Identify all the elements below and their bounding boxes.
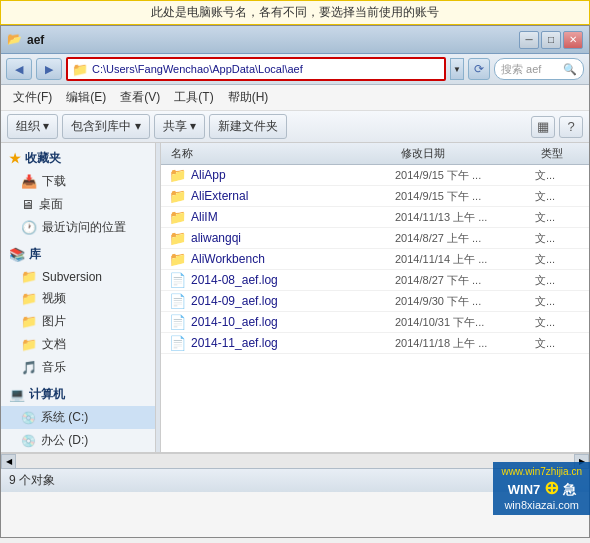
- drive-c-icon: 💿: [21, 411, 36, 425]
- h-scroll-left-button[interactable]: ◀: [1, 454, 16, 469]
- sidebar-item-music[interactable]: 🎵 音乐: [1, 356, 155, 379]
- sidebar-section-favorites: ★ 收藏夹 📥 下载 🖥 桌面 🕐 最近访问的位置: [1, 147, 155, 239]
- video-icon: 📁: [21, 291, 37, 306]
- file-list-header: 名称 修改日期 类型: [161, 143, 589, 165]
- search-placeholder: 搜索 aef: [501, 62, 563, 77]
- library-icon: 📚: [9, 247, 25, 262]
- refresh-button[interactable]: ⟳: [468, 58, 490, 80]
- file-date: 2014/9/15 下午 ...: [395, 189, 535, 204]
- sidebar-item-drive-c[interactable]: 💿 系统 (C:): [1, 406, 155, 429]
- sidebar-item-desktop[interactable]: 🖥 桌面: [1, 193, 155, 216]
- minimize-button[interactable]: ─: [519, 31, 539, 49]
- table-row[interactable]: 📁 AliIM 2014/11/13 上午 ... 文...: [161, 207, 589, 228]
- sidebar-section-library: 📚 库 📁 Subversion 📁 视频 📁 图片 📁 文档: [1, 243, 155, 379]
- file-icon: 📄: [165, 272, 189, 288]
- file-date: 2014/8/27 下午 ...: [395, 273, 535, 288]
- file-type: 文...: [535, 252, 585, 267]
- close-button[interactable]: ✕: [563, 31, 583, 49]
- file-name: AliIM: [189, 210, 395, 224]
- file-icon: 📄: [165, 293, 189, 309]
- file-type: 文...: [535, 231, 585, 246]
- title-bar: 📂 aef ─ □ ✕: [1, 26, 589, 54]
- file-name: 2014-08_aef.log: [189, 273, 395, 287]
- maximize-button[interactable]: □: [541, 31, 561, 49]
- sidebar-item-drive-d[interactable]: 💿 办公 (D:): [1, 429, 155, 452]
- menu-tools[interactable]: 工具(T): [168, 87, 219, 108]
- address-dropdown-button[interactable]: ▼: [450, 58, 464, 80]
- view-toggle-button[interactable]: ▦: [531, 116, 555, 138]
- sidebar-computer-header[interactable]: 💻 计算机: [1, 383, 155, 406]
- window-icon: 📂: [7, 32, 23, 48]
- pictures-icon: 📁: [21, 314, 37, 329]
- table-row[interactable]: 📁 AliExternal 2014/9/15 下午 ... 文...: [161, 186, 589, 207]
- menu-view[interactable]: 查看(V): [114, 87, 166, 108]
- sidebar-library-header[interactable]: 📚 库: [1, 243, 155, 266]
- menu-edit[interactable]: 编辑(E): [60, 87, 112, 108]
- file-type: 文...: [535, 189, 585, 204]
- file-icon: 📁: [165, 167, 189, 183]
- sidebar-item-recent[interactable]: 🕐 最近访问的位置: [1, 216, 155, 239]
- toolbar: 组织 ▾ 包含到库中 ▾ 共享 ▾ 新建文件夹 ▦ ?: [1, 111, 589, 143]
- address-bar-area: ◀ ▶ 📁 C:\Users\FangWenchao\AppData\Local…: [1, 54, 589, 85]
- win7-icon: ⊕: [544, 478, 559, 498]
- annotation-bar: 此处是电脑账号名，各有不同，要选择当前使用的账号: [0, 0, 590, 25]
- watermark-url2: win8xiazai.com: [501, 499, 582, 511]
- file-date: 2014/11/13 上午 ...: [395, 210, 535, 225]
- table-row[interactable]: 📄 2014-10_aef.log 2014/10/31 下午... 文...: [161, 312, 589, 333]
- col-header-type[interactable]: 类型: [535, 143, 585, 164]
- add-to-library-button[interactable]: 包含到库中 ▾: [62, 114, 149, 139]
- file-type: 文...: [535, 168, 585, 183]
- share-button[interactable]: 共享 ▾: [154, 114, 205, 139]
- col-header-date[interactable]: 修改日期: [395, 143, 535, 164]
- new-folder-button[interactable]: 新建文件夹: [209, 114, 287, 139]
- sidebar-favorites-header[interactable]: ★ 收藏夹: [1, 147, 155, 170]
- file-name: aliwangqi: [189, 231, 395, 245]
- table-row[interactable]: 📁 aliwangqi 2014/8/27 上午 ... 文...: [161, 228, 589, 249]
- menu-bar: 文件(F) 编辑(E) 查看(V) 工具(T) 帮助(H): [1, 85, 589, 111]
- file-date: 2014/10/31 下午...: [395, 315, 535, 330]
- table-row[interactable]: 📄 2014-09_aef.log 2014/9/30 下午 ... 文...: [161, 291, 589, 312]
- address-folder-icon: 📁: [72, 62, 88, 77]
- sidebar-item-download[interactable]: 📥 下载: [1, 170, 155, 193]
- recent-icon: 🕐: [21, 220, 37, 235]
- menu-help[interactable]: 帮助(H): [222, 87, 275, 108]
- sidebar-item-subversion[interactable]: 📁 Subversion: [1, 266, 155, 287]
- table-row[interactable]: 📁 AliApp 2014/9/15 下午 ... 文...: [161, 165, 589, 186]
- file-list-area: 名称 修改日期 类型 📁 AliApp 2014/9/15 下午 ... 文..…: [161, 143, 589, 452]
- window-title: aef: [27, 33, 44, 47]
- search-icon: 🔍: [563, 63, 577, 76]
- file-name: 2014-10_aef.log: [189, 315, 395, 329]
- table-row[interactable]: 📄 2014-08_aef.log 2014/8/27 下午 ... 文...: [161, 270, 589, 291]
- file-date: 2014/9/15 下午 ...: [395, 168, 535, 183]
- file-icon: 📁: [165, 188, 189, 204]
- computer-icon: 💻: [9, 387, 25, 402]
- back-button[interactable]: ◀: [6, 58, 32, 80]
- h-scroll-track[interactable]: [16, 454, 574, 468]
- file-icon: 📄: [165, 314, 189, 330]
- subversion-icon: 📁: [21, 269, 37, 284]
- file-type: 文...: [535, 294, 585, 309]
- col-header-name[interactable]: 名称: [165, 143, 395, 164]
- address-box: 📁 C:\Users\FangWenchao\AppData\Local\aef: [66, 57, 446, 81]
- sidebar-item-video[interactable]: 📁 视频: [1, 287, 155, 310]
- table-row[interactable]: 📄 2014-11_aef.log 2014/11/18 上午 ... 文...: [161, 333, 589, 354]
- file-name: 2014-09_aef.log: [189, 294, 395, 308]
- forward-button[interactable]: ▶: [36, 58, 62, 80]
- search-box[interactable]: 搜索 aef 🔍: [494, 58, 584, 80]
- table-row[interactable]: 📁 AliWorkbench 2014/11/14 上午 ... 文...: [161, 249, 589, 270]
- watermark-url1: www.win7zhijia.cn: [501, 466, 582, 477]
- music-icon: 🎵: [21, 360, 37, 375]
- star-icon: ★: [9, 151, 21, 166]
- help-button[interactable]: ?: [559, 116, 583, 138]
- file-name: AliApp: [189, 168, 395, 182]
- organize-button[interactable]: 组织 ▾: [7, 114, 58, 139]
- file-type: 文...: [535, 273, 585, 288]
- sidebar-item-documents[interactable]: 📁 文档: [1, 333, 155, 356]
- file-icon: 📄: [165, 335, 189, 351]
- file-date: 2014/11/14 上午 ...: [395, 252, 535, 267]
- address-path: C:\Users\FangWenchao\AppData\Local\aef: [92, 63, 440, 75]
- title-bar-controls: ─ □ ✕: [519, 31, 583, 49]
- file-list: 📁 AliApp 2014/9/15 下午 ... 文... 📁 AliExte…: [161, 165, 589, 452]
- sidebar-item-pictures[interactable]: 📁 图片: [1, 310, 155, 333]
- menu-file[interactable]: 文件(F): [7, 87, 58, 108]
